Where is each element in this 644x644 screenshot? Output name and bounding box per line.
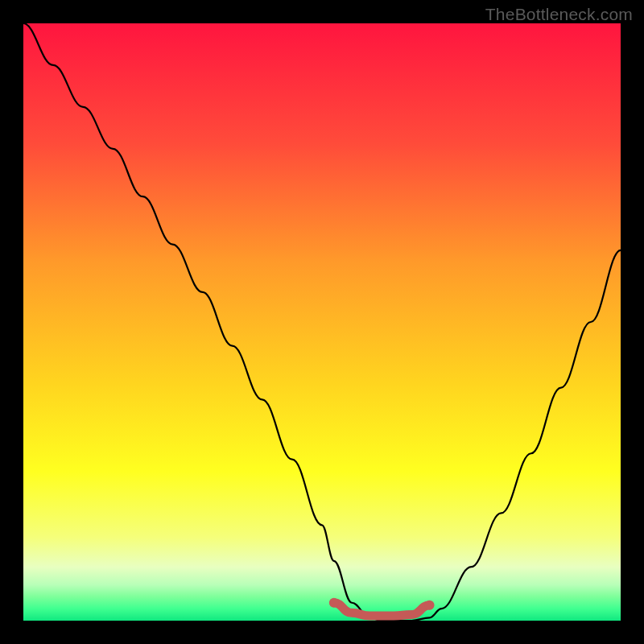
bottleneck-chart	[23, 23, 621, 621]
watermark-text: TheBottleneck.com	[485, 5, 633, 24]
marker-dot	[329, 598, 339, 608]
chart-svg	[23, 23, 621, 621]
chart-background	[23, 23, 621, 621]
marker-dot	[425, 601, 435, 610]
